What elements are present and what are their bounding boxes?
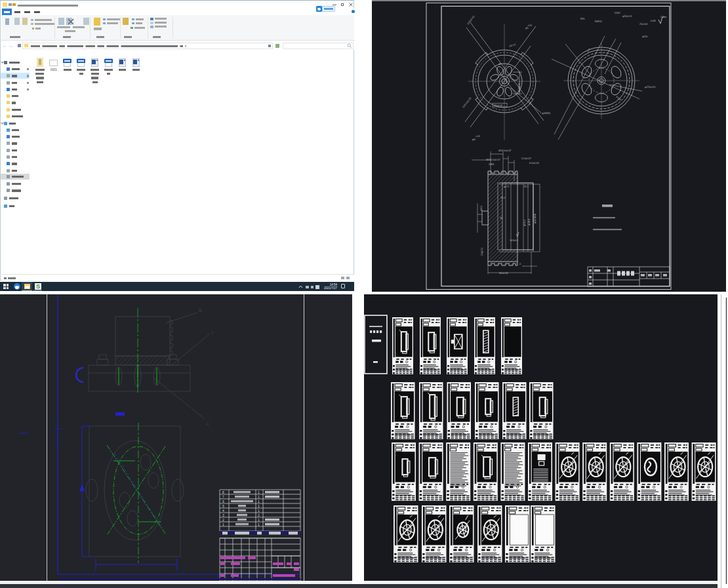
svg-text:7: 7: [222, 495, 224, 499]
svg-text:45°: 45°: [498, 63, 502, 66]
svg-text:32±0.05: 32±0.05: [494, 104, 502, 107]
svg-text:54.8±0.1: 54.8±0.1: [510, 239, 518, 242]
svg-text:30±0.05: 30±0.05: [499, 272, 508, 275]
svg-text:B: B: [199, 308, 202, 313]
svg-text:φ14.5: φ14.5: [480, 206, 483, 211]
svg-text:1: 1: [258, 500, 260, 503]
svg-text:φ115.5: φ115.5: [523, 220, 526, 226]
svg-text:25±0.04: 25±0.04: [639, 23, 647, 26]
svg-text:R4R11: R4R11: [595, 20, 602, 23]
svg-text:8: 8: [222, 490, 224, 494]
svg-text:φ6: φ6: [472, 138, 475, 141]
svg-text:3: 3: [222, 513, 224, 517]
svg-text:5.5±0.07: 5.5±0.07: [521, 157, 531, 160]
svg-text:φ170±0.05: φ170±0.05: [645, 86, 655, 88]
svg-text:φ130.8: φ130.8: [528, 219, 531, 225]
svg-text:1: 1: [222, 522, 224, 526]
svg-text:2Xφ15.5: 2Xφ15.5: [481, 248, 483, 256]
svg-text:1: 1: [258, 495, 260, 499]
svg-text:6.5±0.05: 6.5±0.05: [529, 162, 539, 165]
svg-text:φ142±0.05: φ142±0.05: [534, 213, 536, 224]
svg-text:R1.5: R1.5: [524, 186, 529, 188]
svg-text:6: 6: [222, 500, 224, 503]
svg-text:7: 7: [211, 331, 214, 336]
svg-text:R95: R95: [580, 18, 585, 20]
svg-text:19.2: 19.2: [500, 197, 505, 199]
svg-text:1: 1: [258, 504, 260, 508]
svg-text:φ0.75: φ0.75: [504, 186, 509, 188]
svg-text:1: 1: [258, 509, 260, 513]
svg-text:1: 1: [258, 518, 260, 522]
svg-text:+0.02: +0.02: [475, 135, 481, 138]
svg-text:4X10.5±0.07: 4X10.5±0.07: [486, 159, 500, 161]
svg-text:4: 4: [222, 509, 224, 513]
svg-text:+0.008: +0.008: [650, 20, 656, 22]
svg-text:1: 1: [258, 522, 260, 526]
svg-text:2: 2: [258, 513, 260, 517]
svg-text:φ150: φ150: [642, 35, 647, 38]
svg-text:4X4.5±0.07: 4X4.5±0.07: [498, 149, 511, 152]
svg-text:2: 2: [222, 518, 224, 522]
svg-text:4: 4: [519, 263, 521, 265]
svg-text:+0.05: +0.05: [527, 24, 533, 27]
svg-text:φ20H11: φ20H11: [542, 112, 550, 115]
svg-text:φ5: φ5: [525, 27, 529, 29]
svg-text:5: 5: [222, 504, 224, 508]
svg-text:5X45°: 5X45°: [615, 12, 621, 14]
svg-text:1: 1: [258, 490, 260, 494]
svg-text:18: 18: [500, 217, 502, 220]
svg-text:C: C: [206, 421, 209, 426]
svg-text:12.5: 12.5: [660, 16, 664, 18]
svg-text:φ53±0.01: φ53±0.01: [622, 15, 632, 18]
svg-text:20R8: 20R8: [489, 163, 494, 166]
